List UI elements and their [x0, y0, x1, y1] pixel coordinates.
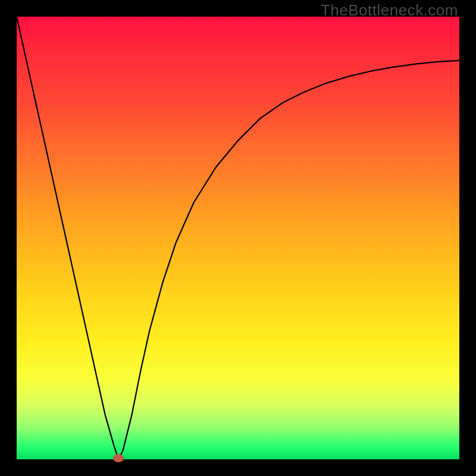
bottleneck-curve-path [17, 17, 459, 459]
chart-frame: TheBottleneck.com [0, 0, 476, 476]
minimum-marker [113, 454, 124, 462]
curve-svg [17, 17, 459, 459]
plot-area [17, 17, 459, 459]
